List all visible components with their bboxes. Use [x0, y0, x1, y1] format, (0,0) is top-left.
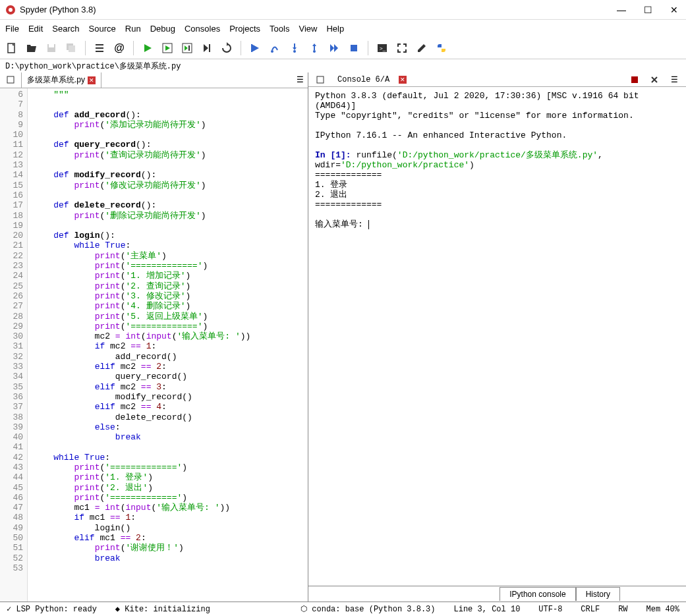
console-line: 2. 退出 — [315, 190, 679, 200]
console-line: 输入菜单号: — [315, 219, 679, 229]
console-tabs: Console 6/A ✕ ☰ — [308, 72, 686, 87]
step-out-icon[interactable] — [306, 40, 322, 56]
svg-rect-4 — [49, 44, 54, 47]
svg-point-22 — [293, 50, 296, 53]
minimize-button[interactable]: — — [615, 3, 628, 16]
memory: Mem 40% — [646, 605, 679, 614]
svg-marker-19 — [252, 44, 259, 52]
save-all-icon[interactable] — [63, 40, 79, 56]
svg-marker-16 — [204, 44, 208, 52]
console-menu-icon[interactable]: ☰ — [666, 72, 682, 88]
continue-icon[interactable] — [326, 40, 342, 56]
svg-marker-12 — [165, 45, 170, 51]
svg-marker-29 — [334, 44, 338, 52]
svg-marker-10 — [144, 44, 152, 52]
svg-point-1 — [9, 8, 13, 12]
encoding: UTF-8 — [538, 605, 562, 614]
console-line: ============= — [315, 170, 679, 180]
console-line: Type "copyright", "credits" or "license"… — [315, 111, 679, 121]
open-file-icon[interactable] — [24, 40, 40, 56]
menu-debug[interactable]: Debug — [150, 24, 175, 34]
menu-projects[interactable]: Projects — [229, 24, 260, 34]
svg-marker-14 — [185, 45, 188, 51]
window-title: Spyder (Python 3.8) — [20, 5, 615, 14]
stop-icon[interactable] — [627, 72, 643, 88]
clear-icon[interactable] — [646, 72, 662, 88]
menu-consoles[interactable]: Consoles — [185, 24, 220, 34]
save-icon[interactable] — [43, 40, 59, 56]
ipython-console-tab[interactable]: IPython console — [500, 587, 575, 601]
console-pane: Console 6/A ✕ ☰ Python 3.8.3 (default, J… — [308, 72, 686, 602]
close-button[interactable]: ✕ — [668, 3, 681, 16]
maximize-pane-icon[interactable] — [394, 40, 410, 56]
debug-icon[interactable] — [247, 40, 263, 56]
menu-edit[interactable]: Edit — [28, 24, 43, 34]
prompt: In [1]: — [315, 150, 351, 160]
run-cell-icon[interactable] — [159, 40, 175, 56]
bottom-tabs: IPython console History — [308, 586, 686, 602]
code-editor[interactable]: 6789101112131415161718192021222324252627… — [0, 88, 308, 602]
menu-view[interactable]: View — [299, 24, 317, 34]
run-icon[interactable] — [140, 40, 156, 56]
svg-rect-35 — [631, 76, 638, 83]
outline-icon[interactable] — [92, 40, 107, 56]
svg-rect-6 — [69, 45, 75, 52]
statusbar: ✓ LSP Python: ready ◆ Kite: initializing… — [0, 602, 686, 616]
titlebar: Spyder (Python 3.8) — ☐ ✕ — [0, 0, 686, 20]
svg-marker-18 — [227, 42, 229, 46]
cell-icon[interactable]: @ — [111, 40, 127, 56]
svg-marker-24 — [293, 47, 297, 50]
editor-pane: 多级菜单系统.py ✕ ☰ 67891011121314151617181920… — [0, 72, 308, 602]
stop-debug-icon[interactable] — [346, 40, 362, 56]
step-into-icon[interactable] — [287, 40, 302, 56]
tabs-menu-icon[interactable]: ☰ — [297, 75, 304, 84]
tab-label: 多级菜单系统.py — [27, 74, 85, 86]
terminal-icon[interactable]: >_ — [374, 40, 390, 56]
close-tab-icon[interactable]: ✕ — [88, 76, 96, 84]
path-bar: D:\python_work\practice\多级菜单系统.py — [0, 59, 686, 72]
console-output[interactable]: Python 3.8.3 (default, Jul 2 2020, 17:30… — [308, 87, 686, 586]
conda-status: ⬡ conda: base (Python 3.8.3) — [300, 604, 435, 614]
rerun-icon[interactable] — [219, 40, 235, 56]
file-switcher-icon[interactable] — [3, 72, 18, 88]
svg-marker-27 — [312, 43, 316, 46]
editor-tab[interactable]: 多级菜单系统.py ✕ — [21, 72, 101, 88]
readwrite: RW — [618, 605, 627, 614]
svg-rect-34 — [317, 76, 324, 83]
preferences-icon[interactable] — [414, 40, 430, 56]
console-tab-label[interactable]: Console 6/A — [333, 74, 393, 86]
cursor-position: Line 3, Col 10 — [454, 605, 521, 614]
menu-search[interactable]: Search — [52, 24, 79, 34]
step-over-icon[interactable] — [267, 40, 283, 56]
close-console-icon[interactable]: ✕ — [399, 76, 407, 84]
svg-point-21 — [271, 50, 273, 53]
console-line: 1. 登录 — [315, 180, 679, 190]
svg-rect-33 — [7, 76, 14, 83]
maximize-button[interactable]: ☐ — [641, 3, 654, 16]
console-line: IPython 7.16.1 -- An enhanced Interactiv… — [315, 130, 679, 140]
svg-marker-28 — [330, 44, 334, 52]
run-selection-icon[interactable] — [199, 40, 215, 56]
run-cell-advance-icon[interactable] — [179, 40, 195, 56]
menu-source[interactable]: Source — [89, 24, 116, 34]
svg-point-25 — [313, 50, 316, 53]
console-line: In [1]: runfile('D:/python_work/practice… — [315, 150, 679, 170]
menu-help[interactable]: Help — [326, 24, 344, 34]
menu-run[interactable]: Run — [125, 24, 141, 34]
python-path-icon[interactable] — [434, 40, 449, 56]
new-file-icon[interactable] — [4, 40, 20, 56]
menu-file[interactable]: File — [5, 24, 19, 34]
line-ending: CRLF — [581, 605, 600, 614]
history-tab[interactable]: History — [576, 587, 620, 601]
svg-text:>_: >_ — [380, 45, 386, 51]
toolbar: @ >_ — [0, 37, 686, 59]
svg-rect-30 — [351, 45, 357, 51]
console-line: Python 3.8.3 (default, Jul 2 2020, 17:30… — [315, 91, 679, 111]
spyder-icon — [5, 5, 16, 15]
lsp-status: ✓ LSP Python: ready — [7, 604, 97, 614]
editor-tabs: 多级菜单系统.py ✕ ☰ — [0, 72, 308, 88]
kite-status: ◆ Kite: initializing — [115, 604, 210, 614]
console-line: ============= — [315, 200, 679, 210]
console-switcher-icon[interactable] — [312, 72, 328, 88]
menu-tools[interactable]: Tools — [270, 24, 289, 34]
